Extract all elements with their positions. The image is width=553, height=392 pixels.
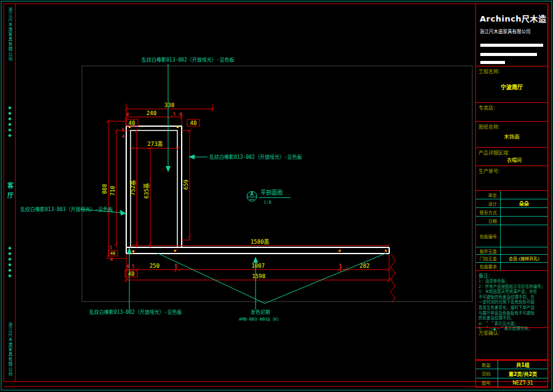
left-margin-strip: 浙江尺木造家具有限公司 ◆◆◆◆◆◆ 客厅 ◆◆◆◆◆◆ 浙江尺木造家具有限公司 [4, 7, 15, 377]
dim-40-left: 40 [129, 120, 135, 126]
notes-line: 一定时间的光照下会有颜色可能 [476, 300, 547, 305]
dim-710: 710 [110, 186, 116, 196]
dim-4a: 4 [126, 111, 129, 117]
dim-808: 808 [102, 184, 108, 194]
dim-5b: 5 [122, 127, 125, 133]
annotation-left: 乱纹白橡影013-003（开放哑光）-见色板 [20, 206, 113, 212]
section-scale: 1:8 [264, 200, 272, 205]
dim-40-right: 40 [190, 120, 197, 126]
area-section: 产品详细区域: 衣帽间 [476, 148, 547, 166]
notes-section: 备注: 1：油漆参色板， 2：所有产品按图纸示写好名称编号； 3：木制品属天然资… [476, 271, 547, 328]
project-section: 工程名称: 宁波周厅 [476, 66, 547, 103]
dim-5f: 5 [175, 263, 178, 269]
dim-1598: 1598 [252, 273, 265, 279]
dim-752: 752基 [129, 180, 136, 195]
strip-center-text: 客厅 [6, 182, 15, 202]
project-label: 工程名称: [476, 66, 547, 74]
store-label: 专卖店: [476, 103, 547, 111]
info-row: 板件五金: [476, 247, 547, 255]
logo-section: Archinch尺木造 浙江尺木造家具有限公司 [476, 4, 547, 66]
drawing-name-value: 木饰面 [476, 132, 547, 140]
quantity-row: 数量: 共1组 [476, 360, 547, 369]
annotation-top: 乱纹白橡影013-002（开放哑光）-见色板 [142, 57, 235, 63]
row-value [501, 191, 547, 199]
page-value: 第2页/共2页 [498, 369, 547, 378]
dim-338: 338 [164, 102, 174, 108]
info-row: 联系方式: [476, 208, 547, 217]
dim-250: 250 [150, 263, 159, 269]
section-title: 平剖面图 [260, 189, 283, 196]
quantity-label: 数量: [476, 361, 498, 369]
title-block: Archinch尺木造 浙江尺木造家具有限公司 工程名称: 宁波周厅 专卖店: … [475, 4, 548, 388]
dim-4c: 4 [122, 134, 125, 139]
dim-5c: 5 [110, 245, 113, 250]
row-label: 板件五金: [476, 247, 501, 254]
row-value: 朵朵 [501, 199, 547, 207]
row-value [501, 217, 547, 225]
dim-5g: 5 [339, 263, 342, 269]
section-letter: A [250, 191, 254, 197]
dim-1007: 1007 [251, 263, 265, 269]
row-label: 包装要求: [476, 263, 501, 270]
confirm-section: 方案确认: [476, 328, 547, 360]
dim-659: 659 [183, 180, 189, 190]
dim-4b: 4 [179, 111, 182, 117]
section-marker: A 平剖面图 1:8 [247, 189, 291, 205]
strip-company-bottom: 浙江尺木造家具有限公司 [7, 322, 13, 377]
row-value [501, 225, 547, 247]
notes-line: 与展厅样品及色板板有不可避免 [476, 311, 547, 316]
dim-635: 635基 [143, 183, 150, 198]
finish-note-line1: 发色尼斯 [251, 309, 270, 315]
redacted-bar [480, 53, 537, 56]
dim-40-mid: 40 [110, 251, 115, 256]
info-row: 包装要求: [476, 263, 547, 271]
area-label: 产品详细区域: [476, 148, 547, 156]
notes-line: 的色差及纹理不同。 [476, 316, 547, 321]
dimension-texts: 338 240 4 5 4 40 40 5 4 273盖 808 710 752… [102, 102, 369, 279]
page-label: 页码: [476, 369, 498, 378]
dim-40-bottom: 40 [128, 271, 135, 277]
notes-line: 1：油漆参色板， [476, 279, 547, 284]
dim-4d: 4 [110, 257, 113, 262]
annotations: 乱纹白橡影013-002（开放哑光）-见色板 乱纹白橡影013-002（开放哑光… [20, 57, 387, 322]
order-label: 生产单号: [476, 166, 547, 174]
company-logo: Archinch尺木造 [476, 4, 547, 24]
notes-line: 2：所有产品按图纸示写好名称编号； [476, 284, 547, 290]
company-name: 浙江尺木造家具有限公司 [476, 24, 547, 34]
strip-company-top: 浙江尺木造家具有限公司 [7, 7, 13, 62]
dim-273: 273盖 [147, 140, 163, 147]
dim-1580: 1580盖 [251, 238, 270, 245]
row-label: 审定: [476, 191, 501, 199]
row-value [501, 208, 547, 216]
drawing-no-value: NEZT-31 [498, 378, 547, 387]
redacted-bar [480, 44, 543, 47]
drawing-name-label: 图纸名称: [476, 122, 547, 130]
project-value: 宁波周厅 [476, 83, 547, 91]
redacted-bar [480, 61, 505, 64]
row-value [501, 247, 547, 254]
drawing-no-label: 图号: [476, 378, 498, 387]
info-row: 设计: 朵朵 [476, 199, 547, 208]
row-label: 门铰五金: [476, 255, 501, 262]
grain-direction-lines [157, 253, 387, 303]
info-row: 审定: [476, 191, 547, 199]
annotation-mid: 乱纹白橡影013-002（开放哑光）-见色板 [209, 154, 302, 160]
dim-5e: 5 [132, 263, 135, 269]
dimension-lines [107, 103, 395, 303]
row-value: 合页-(按样开孔) [501, 255, 547, 262]
row-label: 日期: [476, 217, 501, 225]
info-row: 日期: [476, 217, 547, 225]
notes-label: 备注: [476, 271, 547, 279]
dim-240: 240 [147, 110, 156, 116]
strip-diamonds-top: ◆◆◆◆◆◆ [7, 105, 12, 138]
info-row: 门铰五金: 合页-(按样开孔) [476, 255, 547, 263]
row-label: 色板编号: [476, 225, 501, 247]
order-section: 生产单号: [476, 166, 547, 191]
sheet-frames [1, 1, 552, 390]
viewport-border [82, 66, 472, 302]
store-section: 专卖店: [476, 103, 547, 122]
quantity-value: 共1组 [498, 361, 547, 369]
drawing-name-section: 图纸名称: 木饰面 [476, 122, 547, 148]
finish-note-line2: AMB-003-001Q（K） [239, 317, 281, 322]
fix-markers [129, 126, 387, 252]
